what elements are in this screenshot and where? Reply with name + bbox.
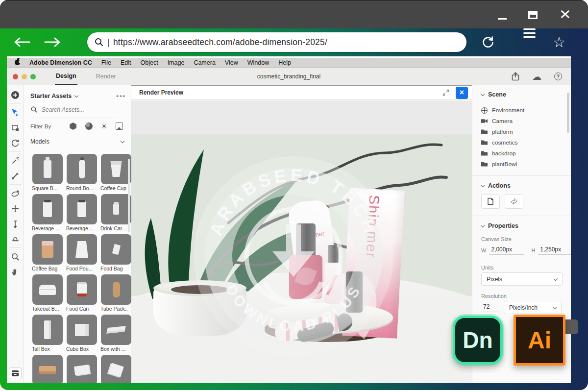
resolution-input[interactable]: 72 (481, 303, 499, 312)
asset-thumbnail[interactable] (32, 315, 63, 345)
refresh-button[interactable] (481, 28, 495, 56)
asset-item[interactable]: Round Bo... (67, 154, 97, 192)
lights-filter-icon[interactable]: ☀ (101, 122, 107, 130)
add-content-button[interactable] (7, 87, 24, 102)
address-bar[interactable]: | https://www.arabseedtech.com/adobe-dim… (87, 32, 466, 52)
asset-item[interactable]: Food Pou... (67, 234, 97, 272)
inspector-scrollbar[interactable] (567, 93, 569, 133)
scene-item[interactable]: plantBowl (481, 159, 564, 170)
minimize-button[interactable] (498, 18, 507, 20)
maximize-button[interactable] (528, 11, 538, 19)
close-button[interactable]: ✕ (559, 8, 571, 22)
assets-scrollbar[interactable] (128, 159, 130, 232)
asset-thumbnail[interactable] (32, 355, 63, 383)
scene-item[interactable]: cosmetics (481, 137, 564, 148)
canvas-height-input[interactable]: 1,250px (538, 246, 571, 255)
magic-wand-tool[interactable] (7, 153, 24, 168)
asset-thumbnail[interactable] (67, 274, 97, 305)
asset-item[interactable]: Coffee Bag (32, 234, 63, 272)
asset-thumbnail[interactable] (32, 234, 63, 265)
asset-item[interactable]: Tall Box (32, 315, 63, 353)
asset-item[interactable]: Beverage ... (67, 194, 97, 232)
share-icon[interactable] (512, 72, 519, 81)
scene-item[interactable]: Camera (481, 116, 564, 126)
sampler-tool[interactable] (7, 168, 24, 183)
asset-item[interactable]: Cube Box (67, 315, 97, 353)
asset-item[interactable] (101, 355, 131, 383)
chevron-down-icon[interactable] (481, 183, 485, 187)
asset-thumbnail[interactable] (67, 315, 97, 345)
menu-item[interactable]: Window (247, 59, 269, 66)
chevron-down-icon[interactable] (121, 139, 124, 143)
assets-panel-title[interactable]: Starter Assets (30, 93, 72, 99)
menu-button[interactable] (523, 28, 536, 56)
menu-item[interactable]: Camera (194, 59, 215, 66)
asset-thumbnail[interactable] (67, 234, 97, 265)
menu-item[interactable]: Object (141, 59, 158, 66)
asset-item[interactable]: Tube Pack.. (101, 274, 131, 313)
rendered-scene[interactable]: Shimmer Shimmer (131, 134, 472, 383)
zoom-tool[interactable] (7, 249, 24, 264)
menu-item[interactable]: Edit (121, 59, 131, 66)
chevron-down-icon[interactable] (481, 92, 485, 96)
images-filter-icon[interactable] (116, 122, 123, 130)
adobe-illustrator-app-icon[interactable]: Ai (514, 315, 565, 366)
horizon-tool[interactable] (7, 231, 24, 246)
resolution-unit-select[interactable]: Pixels/Inch (504, 301, 562, 314)
scene-section-title[interactable]: Scene (488, 91, 506, 98)
menu-item[interactable]: File (101, 59, 111, 66)
asset-item[interactable]: Square B... (32, 154, 63, 192)
bookmark-star-icon[interactable]: ☆ (553, 28, 565, 56)
asset-thumbnail[interactable] (32, 154, 63, 184)
new-render-action-button[interactable] (481, 194, 500, 209)
select-move-tool[interactable] (7, 105, 24, 120)
asset-item[interactable]: Beverage ... (32, 194, 63, 232)
asset-search-input[interactable]: Search Assets... (30, 106, 118, 118)
asset-item[interactable] (67, 355, 97, 383)
scale-tool[interactable] (7, 120, 24, 135)
asset-item[interactable] (32, 355, 63, 383)
dolly-tool[interactable] (7, 216, 24, 231)
asset-item[interactable]: Takeout B... (32, 274, 63, 313)
render-queue-icon[interactable] (9, 368, 22, 379)
asset-thumbnail[interactable] (67, 154, 97, 184)
asset-thumbnail[interactable] (67, 355, 97, 383)
chevron-down-icon[interactable] (74, 93, 78, 97)
asset-thumbnail[interactable] (32, 274, 63, 305)
models-section-label[interactable]: Models (30, 138, 49, 145)
scene-item[interactable]: platform (481, 126, 564, 137)
orbit-tool[interactable] (7, 186, 24, 201)
back-button[interactable] (13, 36, 31, 48)
rotate-tool[interactable] (7, 135, 24, 150)
cloud-sync-icon[interactable]: ☁ (532, 72, 541, 81)
adobe-dimension-app-icon[interactable]: Dn (453, 316, 503, 365)
canvas-width-input[interactable]: 2,000px (489, 246, 524, 255)
asset-thumbnail[interactable] (101, 355, 131, 383)
asset-item[interactable]: Drink Car... (101, 194, 131, 232)
asset-item[interactable]: Food Can (67, 274, 97, 313)
apple-logo-icon[interactable] (15, 60, 20, 65)
close-preview-button[interactable]: × (456, 87, 468, 99)
properties-section-title[interactable]: Properties (488, 222, 518, 229)
forward-button[interactable] (43, 36, 62, 48)
asset-thumbnail[interactable] (101, 274, 131, 305)
asset-thumbnail[interactable] (101, 194, 131, 224)
asset-item[interactable]: Coffee Cup (101, 154, 131, 192)
scene-item[interactable]: Environment (481, 105, 564, 116)
help-icon[interactable]: ? (554, 73, 562, 80)
units-select[interactable]: Pixels (481, 272, 563, 286)
asset-thumbnail[interactable] (101, 234, 131, 265)
scene-item[interactable]: backdrop (481, 148, 564, 159)
hand-tool[interactable] (7, 264, 24, 279)
asset-thumbnail[interactable] (67, 194, 97, 224)
asset-thumbnail[interactable] (32, 194, 63, 224)
menu-item[interactable]: View (225, 59, 238, 66)
menu-item[interactable]: Image (168, 59, 185, 66)
asset-item[interactable]: Food Bag (101, 234, 131, 272)
share-action-button[interactable] (505, 194, 523, 209)
asset-thumbnail[interactable] (101, 315, 131, 345)
asset-thumbnail[interactable] (101, 154, 131, 184)
pan-tool[interactable] (7, 201, 24, 216)
collapse-icon[interactable] (442, 89, 450, 97)
chevron-down-icon[interactable] (481, 223, 485, 227)
